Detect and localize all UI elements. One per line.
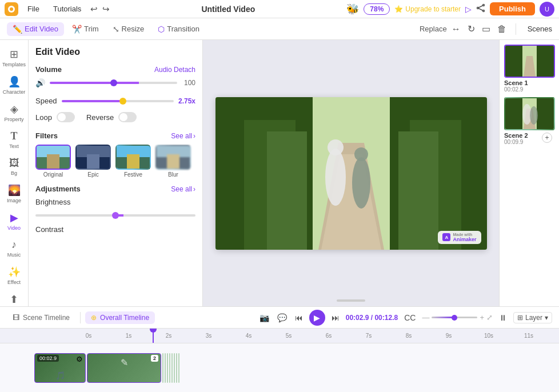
play-pause-button[interactable]: ▶ <box>309 310 325 326</box>
sidebar-item-property[interactable]: ◈ Property <box>1 99 28 126</box>
filter-epic[interactable]: Epic <box>75 145 111 178</box>
filter-original[interactable]: Original <box>35 145 71 178</box>
pause-timeline-button[interactable]: ⏸ <box>497 311 509 324</box>
filter-blur[interactable]: Blur <box>155 145 191 178</box>
sidebar-item-effect[interactable]: ✨ Effect <box>1 262 28 289</box>
filter-festive-thumb <box>115 145 151 170</box>
undo-button[interactable]: ↩ <box>90 4 98 14</box>
scene-1-item[interactable]: Scene 1 00:02.9 <box>504 45 554 93</box>
filters-see-all[interactable]: See all › <box>171 132 195 140</box>
svg-rect-37 <box>505 98 522 129</box>
adjustments-see-all[interactable]: See all › <box>171 185 195 193</box>
film-icon: 🎞 <box>13 314 19 322</box>
zoom-slider[interactable] <box>432 317 477 318</box>
playback-bar: 🎞 Scene Timeline ⊕ Overall Timeline 📷 💬 … <box>0 306 559 328</box>
document-title: Untitled Video <box>114 5 342 14</box>
svg-rect-33 <box>505 46 522 77</box>
long-clip-1[interactable] <box>162 353 163 383</box>
contrast-label: Contrast <box>35 225 195 234</box>
ruler-tick-1s: 1s <box>109 333 149 339</box>
svg-line-6 <box>478 8 484 11</box>
brightness-slider[interactable] <box>35 214 195 217</box>
sidebar-item-video[interactable]: ▶ Video <box>1 208 28 234</box>
sidebar-item-bg[interactable]: 🖼 Bg <box>1 154 28 179</box>
filter-blur-thumb <box>155 145 191 170</box>
speed-slider[interactable] <box>62 100 174 102</box>
camera-record-button[interactable]: 📷 <box>258 311 271 324</box>
subtitle-button[interactable]: CC <box>402 311 417 324</box>
ruler-tick-0s: 0s <box>69 333 109 339</box>
transition-button[interactable]: ⬡ Transition <box>152 22 205 36</box>
clip-2[interactable]: ✎ 2 <box>87 353 161 383</box>
made-with-text: Made with <box>453 233 476 237</box>
long-clip-8[interactable] <box>178 353 179 383</box>
redo-button[interactable]: ↪ <box>102 4 110 14</box>
tutorials-menu[interactable]: Tutorials <box>49 3 86 14</box>
reverse-label: Reverse <box>86 113 114 122</box>
edit-video-button[interactable]: ✏️ Edit Video <box>7 22 64 36</box>
scene-add-button[interactable]: + <box>542 133 552 143</box>
speech-button[interactable]: 💬 <box>275 311 289 324</box>
flip-horizontal-button[interactable]: ↔ <box>449 22 463 37</box>
scene-2-thumbnail <box>504 97 555 130</box>
plus-icon: + <box>480 313 484 322</box>
replace-label[interactable]: Replace <box>420 25 447 33</box>
crop-button[interactable]: ▭ <box>480 21 493 37</box>
effect-icon: ✨ <box>8 266 21 278</box>
svg-rect-18 <box>167 154 179 169</box>
preview-button[interactable]: ▷ <box>465 5 472 14</box>
scenes-panel: Scene 1 00:02.9 + Scene 2 00:09.9 <box>499 40 559 306</box>
edit-panel-title: Edit Video <box>35 47 195 57</box>
ruler-tick-10s: 10s <box>469 333 509 339</box>
loop-toggle[interactable] <box>57 112 75 122</box>
reverse-toggle[interactable] <box>118 112 137 122</box>
animaker-logo-icon: A <box>442 233 450 241</box>
zoom-level[interactable]: 78% <box>364 3 390 15</box>
timeline-tracks: 00:02.9 ⚙ 🎵 ✎ 2 <box>0 343 559 392</box>
long-clip-4[interactable] <box>169 353 170 383</box>
sidebar-item-music[interactable]: ♪ Music <box>1 235 28 261</box>
delete-button[interactable]: 🗑 <box>495 22 509 37</box>
long-clip-2[interactable] <box>165 353 166 383</box>
clip-2-edit-icon: ✎ <box>121 357 128 368</box>
reverse-toggle-group: Reverse <box>86 112 137 122</box>
volume-slider[interactable] <box>50 82 177 84</box>
publish-button[interactable]: Publish <box>490 2 535 15</box>
sidebar-item-character[interactable]: 👤 Character <box>1 72 28 98</box>
audio-detach-link[interactable]: Audio Detach <box>154 66 195 74</box>
tab-separator <box>80 312 81 323</box>
rotate-button[interactable]: ↻ <box>465 21 477 37</box>
brightness-row: Brightness <box>35 198 195 218</box>
long-clip-5[interactable] <box>171 353 173 383</box>
file-menu[interactable]: File <box>23 3 44 14</box>
timeline-tabs: 🎞 Scene Timeline ⊕ Overall Timeline <box>7 311 155 324</box>
scene-2-item[interactable]: + Scene 2 00:09.9 <box>504 97 554 145</box>
layer-select[interactable]: ⊞ Layer ▾ <box>513 312 552 323</box>
star-icon: ⭐ <box>394 5 403 13</box>
ruler-tick-9s: 9s <box>429 333 469 339</box>
skip-back-button[interactable]: ⏮ <box>293 311 305 324</box>
scene-timeline-tab[interactable]: 🎞 Scene Timeline <box>7 311 75 324</box>
long-clip-7[interactable] <box>176 353 177 383</box>
sidebar-item-uploads[interactable]: ⬆ Uploads <box>1 290 28 306</box>
long-clip-3[interactable] <box>167 353 168 383</box>
clip-1[interactable]: 00:02.9 ⚙ 🎵 <box>34 353 86 383</box>
sidebar-item-templates[interactable]: ⊞ Templates <box>1 45 28 71</box>
sidebar-item-image[interactable]: 🌄 Image <box>1 181 28 207</box>
loop-toggle-group: Loop <box>35 112 75 122</box>
filter-festive[interactable]: Festive <box>115 145 151 178</box>
resize-button[interactable]: ⤡ Resize <box>107 22 150 36</box>
scenes-label: Scenes <box>523 25 552 33</box>
skip-forward-button[interactable]: ⏭ <box>330 311 341 324</box>
share-button[interactable] <box>476 3 485 14</box>
svg-rect-38 <box>537 98 554 129</box>
upgrade-button[interactable]: ⭐ Upgrade to starter <box>394 5 461 13</box>
sidebar-item-text[interactable]: T Text <box>1 127 28 153</box>
trim-button[interactable]: ✂️ Trim <box>66 22 105 36</box>
video-background <box>215 97 487 250</box>
user-avatar: U <box>540 2 554 17</box>
overall-timeline-tab[interactable]: ⊕ Overall Timeline <box>85 311 155 324</box>
long-clip-6[interactable] <box>174 353 175 383</box>
speed-value: 2.75x <box>178 97 195 105</box>
video-icon: ▶ <box>10 211 18 224</box>
